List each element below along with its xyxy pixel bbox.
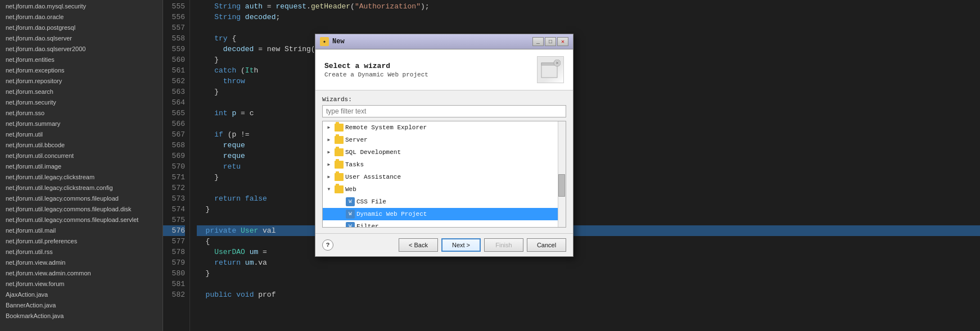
tree-item-web[interactable]: ▼ Web <box>323 183 566 196</box>
folder-icon <box>335 136 344 144</box>
sidebar-item[interactable]: net.jforum.exceptions <box>0 65 162 76</box>
sidebar-item[interactable]: net.jforum.util.legacy.clickstream <box>0 172 162 183</box>
footer-left: ? <box>322 239 333 251</box>
sidebar-item[interactable]: net.jforum.util.legacy.commons.fileuploa… <box>0 215 162 225</box>
tree-item-dynamic-web-project[interactable]: W Dynamic Web Project <box>323 208 566 220</box>
line-number: 571 <box>163 172 185 183</box>
line-number: 580 <box>163 268 185 279</box>
sidebar-item[interactable]: net.jforum.entities <box>0 55 162 65</box>
line-number: 568 <box>163 140 185 151</box>
tree-toggle-icon: ▶ <box>325 124 333 132</box>
sidebar-item[interactable]: BookmarkAction.java <box>0 311 162 321</box>
sidebar-item[interactable]: net.jforum.sso <box>0 108 162 119</box>
line-number: 578 <box>163 247 185 257</box>
finish-button[interactable]: Finish <box>484 238 523 252</box>
sidebar-item[interactable]: net.jforum.util.rss <box>0 247 162 257</box>
tree-item-label: Server <box>345 135 368 145</box>
tree-item-label: Tasks <box>345 160 364 170</box>
line-number: 555 <box>163 1 185 12</box>
line-number: 560 <box>163 55 185 65</box>
code-line: return um.va <box>197 257 980 268</box>
dialog-title-left: ✦ New <box>320 37 345 46</box>
dialog-titlebar[interactable]: ✦ New _ □ ✕ <box>315 34 573 49</box>
tree-item-tasks[interactable]: ▶ Tasks <box>323 158 566 171</box>
sidebar-item[interactable]: net.jforum.util <box>0 129 162 140</box>
tree-item-sql-development[interactable]: ▶ SQL Development <box>323 146 566 158</box>
line-number: 562 <box>163 76 185 87</box>
sidebar-item[interactable]: net.jforum.util.legacy.commons.fileuploa… <box>0 193 162 204</box>
filter-input[interactable] <box>322 105 566 117</box>
tree-item-filter[interactable]: W Filter <box>323 220 566 228</box>
minimize-button[interactable]: _ <box>532 37 544 46</box>
scrollbar-thumb[interactable] <box>558 174 565 197</box>
tree-toggle-icon <box>336 198 344 206</box>
code-line: { <box>197 236 980 247</box>
sidebar-item[interactable]: net.jforum.util.image <box>0 161 162 172</box>
code-line: } <box>197 204 980 215</box>
wizards-label: Wizards: <box>322 96 566 103</box>
sidebar-item[interactable]: net.jforum.dao.postgresql <box>0 22 162 33</box>
folder-icon <box>335 173 344 181</box>
sidebar-item[interactable]: net.jforum.summary <box>0 119 162 129</box>
dialog-header-icon <box>537 56 564 83</box>
cancel-button[interactable]: Cancel <box>527 238 566 252</box>
maximize-button[interactable]: □ <box>545 37 556 46</box>
tree-item-remote-system-explorer[interactable]: ▶ Remote System Explorer <box>323 121 566 134</box>
code-line: return false <box>197 193 980 204</box>
sidebar-item[interactable]: net.jforum.dao.mysql.security <box>0 1 162 12</box>
sidebar-item[interactable]: net.jforum.repository <box>0 76 162 87</box>
sidebar-item[interactable]: net.jforum.util.mail <box>0 225 162 236</box>
line-number: 566 <box>163 119 185 129</box>
sidebar-item[interactable]: net.jforum.util.preferences <box>0 236 162 247</box>
dialog-controls: _ □ ✕ <box>532 37 568 46</box>
sidebar-item[interactable]: net.jforum.util.concurrent <box>0 151 162 161</box>
web-file-icon: W <box>346 222 355 228</box>
sidebar-item[interactable]: BannerAction.java <box>0 300 162 311</box>
sidebar-item[interactable]: net.jforum.util.bbcode <box>0 140 162 151</box>
code-line: UserDAO um = <box>197 247 980 257</box>
code-line <box>197 183 980 193</box>
help-button[interactable]: ? <box>322 239 333 251</box>
tree-toggle-icon: ▶ <box>325 161 333 169</box>
code-line: } <box>197 55 980 65</box>
tree-item-label: Web <box>345 184 356 194</box>
line-number: 579 <box>163 257 185 268</box>
code-line: throw <box>197 76 980 87</box>
folder-icon <box>335 185 344 193</box>
line-number: 567 <box>163 129 185 140</box>
tree-item-user-assistance[interactable]: ▶ User Assistance <box>323 171 566 183</box>
tree-toggle-icon: ▶ <box>325 136 333 144</box>
line-number: 559 <box>163 44 185 55</box>
back-button[interactable]: < Back <box>399 238 438 252</box>
sidebar-item[interactable]: net.jforum.util.legacy.commons.fileuploa… <box>0 204 162 215</box>
web-file-icon: W <box>346 210 355 219</box>
sidebar-item[interactable]: net.jforum.view.admin.common <box>0 268 162 279</box>
sidebar-item[interactable]: AjaxAction.java <box>0 289 162 300</box>
close-button[interactable]: ✕ <box>557 37 568 46</box>
dialog-header-left: Select a wizard Create a Dynamic Web pro… <box>324 62 428 78</box>
sidebar-item[interactable]: net.jforum.search <box>0 87 162 97</box>
sidebar-item[interactable]: net.jforum.dao.sqlserver2000 <box>0 44 162 55</box>
next-button[interactable]: Next > <box>441 238 481 252</box>
code-line: catch (Ith <box>197 65 980 76</box>
line-number: 573 <box>163 193 185 204</box>
code-line: } <box>197 87 980 97</box>
tree-item-css-file[interactable]: W CSS File <box>323 196 566 208</box>
sidebar-item[interactable]: net.jforum.security <box>0 97 162 108</box>
line-number: 577 <box>163 236 185 247</box>
line-number: 564 <box>163 97 185 108</box>
code-line: try { <box>197 33 980 44</box>
sidebar-item[interactable]: net.jforum.view.forum <box>0 279 162 289</box>
code-line: reque <box>197 140 980 151</box>
dialog-title-icon: ✦ <box>320 37 329 46</box>
code-line: retu <box>197 161 980 172</box>
line-number: 557 <box>163 22 185 33</box>
tree-item-server[interactable]: ▶ Server <box>323 134 566 146</box>
line-number: 556 <box>163 12 185 22</box>
sidebar-item[interactable]: net.jforum.util.legacy.clickstream.confi… <box>0 183 162 193</box>
sidebar-item[interactable]: net.jforum.view.admin <box>0 257 162 268</box>
scrollbar-track[interactable] <box>558 121 566 227</box>
sidebar: net.jforum.dao.mysql.securitynet.jforum.… <box>0 0 163 331</box>
sidebar-item[interactable]: net.jforum.dao.sqlserver <box>0 33 162 44</box>
sidebar-item[interactable]: net.jforum.dao.oracle <box>0 12 162 22</box>
